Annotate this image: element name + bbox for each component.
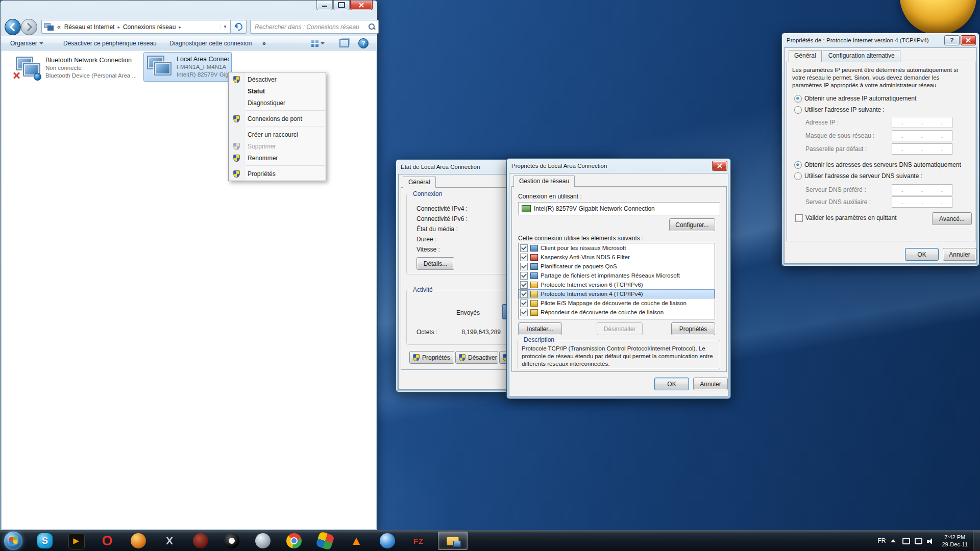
radio-auto-ip[interactable] bbox=[794, 95, 802, 103]
protocol-list[interactable]: Client pour les réseaux Microsoft Kasper… bbox=[518, 243, 715, 319]
checkbox-checked[interactable] bbox=[520, 290, 528, 298]
description-group: Description Protocole TCP/IP (Transmissi… bbox=[517, 340, 720, 369]
checkbox-checked[interactable] bbox=[520, 299, 528, 307]
connection-item-bluetooth[interactable]: Bluetooth Network Connection Non connect… bbox=[13, 54, 145, 82]
back-button[interactable] bbox=[5, 19, 21, 35]
configure-button[interactable]: Configurer... bbox=[669, 218, 715, 231]
checkbox-checked[interactable] bbox=[520, 281, 528, 289]
taskbar-icon-chrome[interactable] bbox=[284, 531, 304, 551]
cancel-button[interactable]: Annuler bbox=[693, 378, 728, 390]
taskbar-icon-skype[interactable]: S bbox=[35, 531, 55, 551]
media-state-label: État du média : bbox=[416, 226, 458, 233]
refresh-icon bbox=[233, 21, 244, 32]
protocol-list-item[interactable]: Partage de fichiers et imprimantes Résea… bbox=[519, 271, 715, 280]
protocol-list-item[interactable]: Pilote E/S Mappage de découverte de couc… bbox=[519, 298, 715, 308]
radio-manual-dns[interactable] bbox=[794, 172, 802, 180]
taskbar-icon-vlc[interactable]: ▲ bbox=[346, 531, 366, 551]
search-box bbox=[250, 20, 379, 34]
breadcrumb-network-internet[interactable]: Réseau et Internet bbox=[62, 22, 117, 32]
checkbox-checked[interactable] bbox=[520, 263, 528, 270]
taskbar-window-network-connections[interactable] bbox=[438, 532, 468, 550]
uac-shield-icon bbox=[459, 354, 465, 361]
organize-menu[interactable]: Organiser bbox=[10, 36, 43, 50]
connection-device: Intel(R) 82579V Gigabit Network Connecti… bbox=[177, 71, 229, 79]
diagnose-connection-button[interactable]: Diagnostiquer cette connexion bbox=[169, 36, 252, 50]
radio-auto-dns[interactable] bbox=[794, 161, 802, 169]
checkbox-checked[interactable] bbox=[520, 272, 528, 280]
refresh-button[interactable] bbox=[230, 20, 247, 34]
protocol-list-item-selected[interactable]: Protocole Internet version 4 (TCP/IPv4) bbox=[519, 289, 715, 298]
menu-item-rename[interactable]: Renommer bbox=[229, 152, 326, 164]
preview-pane-button[interactable] bbox=[339, 36, 349, 50]
close-button[interactable] bbox=[961, 35, 976, 45]
caret-down-icon bbox=[39, 42, 43, 44]
menu-item-create-shortcut[interactable]: Créer un raccourci bbox=[229, 129, 326, 140]
validate-checkbox[interactable] bbox=[795, 214, 803, 222]
help-button[interactable]: ? bbox=[358, 38, 369, 48]
uses-items-label: Cette connexion utilise les éléments sui… bbox=[518, 235, 643, 242]
taskbar-icon-media-player-classic[interactable] bbox=[190, 531, 211, 551]
minimize-button[interactable] bbox=[316, 1, 333, 10]
taskbar-icon-filezilla[interactable]: FZ bbox=[408, 531, 429, 551]
status-disable-button[interactable]: Désactiver bbox=[455, 351, 498, 364]
command-bar: Organiser Désactiver ce périphérique rés… bbox=[1, 36, 377, 51]
status-properties-button[interactable]: Propriétés bbox=[409, 351, 454, 364]
taskbar-icon-pinwheel-app[interactable] bbox=[315, 531, 335, 551]
details-button[interactable]: Détails... bbox=[416, 257, 454, 270]
cancel-button[interactable]: Annuler bbox=[943, 248, 976, 261]
protocol-list-item[interactable]: Répondeur de découverte de couche de lia… bbox=[519, 308, 715, 317]
protocol-list-item[interactable]: Protocole Internet version 6 (TCP/IPv6) bbox=[519, 280, 715, 289]
protocol-properties-button[interactable]: Propriétés bbox=[671, 322, 715, 335]
forward-button[interactable] bbox=[21, 19, 37, 35]
checkbox-checked[interactable] bbox=[520, 254, 528, 261]
taskbar-icon-media-player[interactable]: ▶ bbox=[66, 531, 86, 551]
protocol-list-item[interactable]: Planificateur de paquets QoS bbox=[519, 262, 715, 271]
language-indicator[interactable]: FR bbox=[877, 537, 886, 544]
connection-item-lan[interactable]: Local Area Connection FM4N1A_FM4N1A Inte… bbox=[143, 52, 232, 82]
taskbar-clock[interactable]: 7:42 PM 29-Dec-11 bbox=[942, 534, 968, 548]
taskbar-icon-opera[interactable]: O bbox=[97, 531, 117, 551]
taskbar-icon-x-app[interactable]: X bbox=[159, 531, 180, 551]
checkbox-checked[interactable] bbox=[520, 244, 528, 252]
protocol-list-item[interactable]: Kaspersky Anti-Virus NDIS 6 Filter bbox=[519, 253, 715, 262]
close-button[interactable] bbox=[712, 161, 727, 171]
tablet-tray-icon[interactable] bbox=[902, 537, 911, 545]
maximize-button[interactable] bbox=[333, 1, 350, 10]
clock-gadget[interactable] bbox=[900, 0, 976, 35]
ok-button[interactable]: OK bbox=[654, 378, 689, 390]
tab-general[interactable]: Général bbox=[789, 50, 822, 62]
start-button[interactable] bbox=[4, 532, 22, 550]
close-button[interactable] bbox=[350, 1, 373, 10]
protocol-list-item[interactable]: Client pour les réseaux Microsoft bbox=[519, 243, 715, 253]
tab-alternate-configuration[interactable]: Configuration alternative bbox=[823, 50, 900, 62]
volume-tray-icon[interactable] bbox=[926, 537, 935, 545]
address-bar[interactable]: « Réseau et Internet ▸ Connexions réseau… bbox=[41, 20, 231, 34]
search-input[interactable] bbox=[254, 23, 369, 31]
menu-item-bridge[interactable]: Connexions de pont bbox=[229, 113, 326, 124]
toolbar-overflow-button[interactable]: » bbox=[262, 36, 266, 50]
install-button[interactable]: Installer... bbox=[518, 322, 562, 335]
menu-item-disable[interactable]: Désactiver bbox=[229, 73, 326, 85]
menu-item-diagnose[interactable]: Diagnostiquer bbox=[229, 97, 326, 109]
advanced-button[interactable]: Avancé... bbox=[932, 212, 972, 225]
show-desktop-button[interactable] bbox=[973, 531, 980, 551]
taskbar-icon-silver-globe[interactable] bbox=[253, 531, 273, 551]
taskbar-icon-blue-sphere[interactable] bbox=[377, 531, 398, 551]
help-button[interactable]: ? bbox=[944, 35, 960, 45]
taskbar-icon-recorder[interactable] bbox=[222, 531, 242, 551]
tab-networking[interactable]: Gestion de réseau bbox=[513, 176, 575, 187]
breadcrumb-network-connections[interactable]: Connexions réseau bbox=[120, 22, 178, 32]
menu-item-status[interactable]: Statut bbox=[229, 85, 326, 97]
tab-general[interactable]: Général bbox=[403, 177, 436, 188]
change-view-button[interactable] bbox=[311, 36, 325, 50]
show-hidden-icons-button[interactable] bbox=[891, 539, 896, 542]
breadcrumb-overflow[interactable]: « bbox=[55, 22, 62, 32]
disable-device-button[interactable]: Désactiver ce périphérique réseau bbox=[63, 36, 157, 50]
network-tray-icon[interactable] bbox=[914, 537, 923, 545]
radio-manual-ip[interactable] bbox=[794, 106, 802, 114]
address-dropdown-icon[interactable]: ▼ bbox=[220, 24, 230, 29]
checkbox-checked[interactable] bbox=[520, 309, 528, 316]
taskbar-icon-browser-globe[interactable] bbox=[128, 531, 149, 551]
ok-button[interactable]: OK bbox=[905, 248, 939, 261]
menu-item-properties[interactable]: Propriétés bbox=[229, 168, 326, 180]
